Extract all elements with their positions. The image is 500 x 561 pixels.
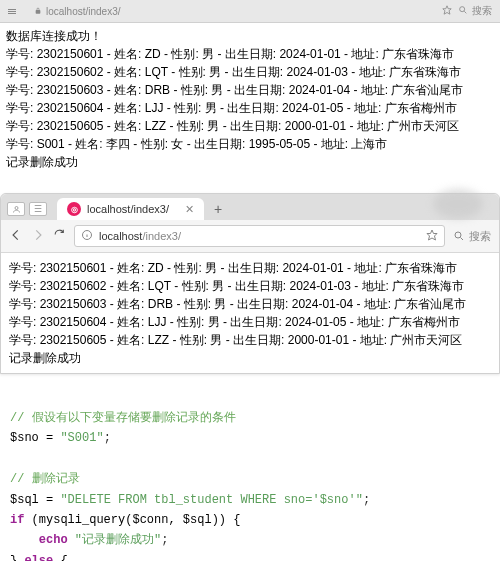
svg-marker-7 xyxy=(427,230,437,240)
bookmark-star-icon[interactable] xyxy=(442,4,452,18)
back-button-icon[interactable] xyxy=(9,228,23,245)
db-connect-success: 数据库连接成功！ xyxy=(6,27,494,45)
record-line: 学号: 2302150602 - 姓名: LQT - 性别: 男 - 出生日期:… xyxy=(6,63,494,81)
url-host: localhost xyxy=(99,230,142,242)
code-comment: // 假设有以下变量存储要删除记录的条件 xyxy=(10,411,236,425)
record-line: 学号: 2302150605 - 姓名: LZZ - 性别: 男 - 出生日期:… xyxy=(9,331,491,349)
record-line: 学号: 2302150604 - 姓名: LJJ - 性别: 男 - 出生日期:… xyxy=(6,99,494,117)
outer-browser-toolbar: localhost/index3/ 搜索 xyxy=(0,0,500,23)
code-comment: // 删除记录 xyxy=(10,472,80,486)
refresh-button-icon[interactable] xyxy=(53,228,66,244)
url-input-field[interactable]: localhost/index3/ xyxy=(74,225,445,247)
url-path: /index3/ xyxy=(142,230,181,242)
php-code-block: // 假设有以下变量存储要删除记录的条件 $sno = "S001"; // 删… xyxy=(0,402,500,561)
site-info-icon[interactable] xyxy=(81,229,93,243)
forward-button-icon[interactable] xyxy=(31,228,45,245)
svg-marker-0 xyxy=(443,6,451,14)
svg-point-8 xyxy=(455,232,461,238)
search-icon xyxy=(458,5,468,17)
delete-success-text: 记录删除成功 xyxy=(6,153,494,171)
outer-search-placeholder: 搜索 xyxy=(472,4,492,18)
bookmark-star-icon[interactable] xyxy=(426,229,438,243)
record-line: 学号: 2302150605 - 姓名: LZZ - 性别: 男 - 出生日期:… xyxy=(6,117,494,135)
record-line: 学号: S001 - 姓名: 李四 - 性别: 女 - 出生日期: 1995-0… xyxy=(6,135,494,153)
inner-browser-window: ☰ ◎ localhost/index3/ ✕ + localhost/inde… xyxy=(0,193,500,374)
inner-url-bar: localhost/index3/ 搜索 xyxy=(1,220,499,253)
record-line: 学号: 2302150603 - 姓名: DRB - 性别: 男 - 出生日期:… xyxy=(6,81,494,99)
outer-page-content: 数据库连接成功！ 学号: 2302150601 - 姓名: ZD - 性别: 男… xyxy=(0,23,500,175)
record-line: 学号: 2302150604 - 姓名: LJJ - 性别: 男 - 出生日期:… xyxy=(9,313,491,331)
outer-url-text[interactable]: localhost/index3/ xyxy=(46,6,121,17)
code-line: echo "记录删除成功"; xyxy=(10,530,490,550)
window-controls: ☰ xyxy=(7,202,47,216)
delete-success-text: 记录删除成功 xyxy=(9,349,491,367)
record-line: 学号: 2302150601 - 姓名: ZD - 性别: 男 - 出生日期: … xyxy=(9,259,491,277)
svg-line-9 xyxy=(461,238,464,241)
code-line: } else { xyxy=(10,551,490,561)
inner-search-box[interactable]: 搜索 xyxy=(453,229,491,244)
toolbar-left: localhost/index3/ xyxy=(8,6,121,17)
browser-tab[interactable]: ◎ localhost/index3/ ✕ xyxy=(57,198,204,220)
code-line: $sno = "S001"; xyxy=(10,428,490,448)
inner-search-placeholder: 搜索 xyxy=(469,229,491,244)
blurred-avatar xyxy=(433,189,483,219)
code-line: $sql = "DELETE FROM tbl_student WHERE sn… xyxy=(10,490,490,510)
url-text: localhost/index3/ xyxy=(99,230,420,242)
tab-title-text: localhost/index3/ xyxy=(87,203,169,215)
record-line: 学号: 2302150603 - 姓名: DRB - 性别: 男 - 出生日期:… xyxy=(9,295,491,313)
account-icon[interactable] xyxy=(7,202,25,216)
svg-line-2 xyxy=(464,11,466,13)
inner-page-content: 学号: 2302150601 - 姓名: ZD - 性别: 男 - 出生日期: … xyxy=(1,253,499,373)
record-line: 学号: 2302150601 - 姓名: ZD - 性别: 男 - 出生日期: … xyxy=(6,45,494,63)
new-tab-button[interactable]: + xyxy=(214,201,222,217)
lock-icon xyxy=(34,6,42,17)
menu-icon[interactable] xyxy=(8,9,16,14)
tab-close-icon[interactable]: ✕ xyxy=(185,203,194,216)
svg-point-1 xyxy=(460,7,465,12)
outer-search-box[interactable]: 搜索 xyxy=(458,4,492,18)
svg-point-3 xyxy=(15,206,18,209)
record-line: 学号: 2302150602 - 姓名: LQT - 性别: 男 - 出生日期:… xyxy=(9,277,491,295)
tab-favicon-icon: ◎ xyxy=(67,202,81,216)
window-box-icon[interactable]: ☰ xyxy=(29,202,47,216)
inner-tab-bar: ☰ ◎ localhost/index3/ ✕ + xyxy=(1,194,499,220)
code-line: if (mysqli_query($conn, $sql)) { xyxy=(10,510,490,530)
